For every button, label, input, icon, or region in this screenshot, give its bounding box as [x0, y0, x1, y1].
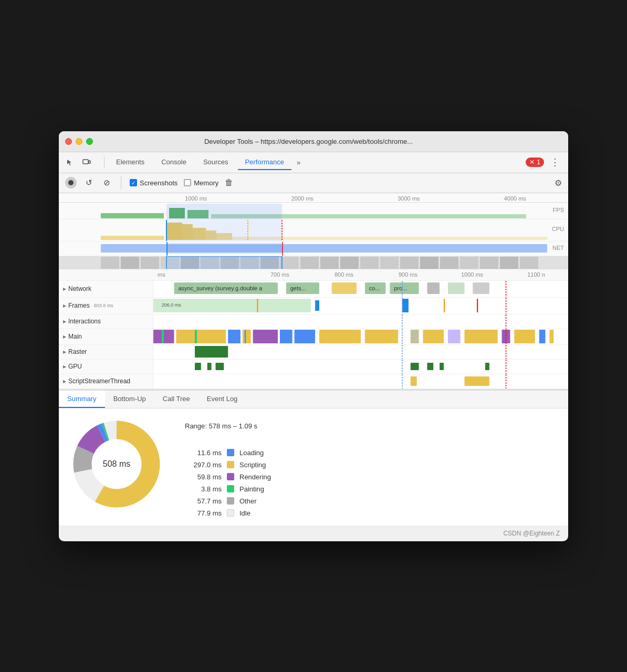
legend-color-other	[227, 497, 234, 505]
svg-rect-75	[280, 330, 292, 343]
detail-timeline: ms 700 ms 800 ms 900 ms 1000 ms 1100 n ▶…	[59, 269, 568, 390]
track-row-script-streamer[interactable]: ▶ ScriptStreamerThread	[59, 374, 568, 389]
svg-rect-105	[465, 376, 489, 386]
svg-rect-35	[360, 257, 379, 269]
donut-total-label: 508 ms	[103, 459, 130, 469]
timeline-overview[interactable]: 1000 ms 2000 ms 3000 ms 4000 ms FPS CPU	[59, 193, 568, 269]
svg-rect-104	[411, 376, 417, 386]
watermark: CSDN @Eighteen Z	[59, 526, 568, 541]
svg-rect-1	[89, 161, 90, 163]
window-title: Developer Tools – https://developers.goo…	[59, 138, 562, 145]
expand-network-icon[interactable]: ▶	[63, 287, 66, 291]
track-row-raster[interactable]: ▶ Raster	[59, 345, 568, 360]
time-900: 900 ms	[376, 271, 440, 278]
tab-call-tree[interactable]: Call Tree	[154, 391, 198, 408]
expand-script-streamer-icon[interactable]: ▶	[63, 379, 66, 384]
svg-rect-77	[319, 330, 361, 343]
time-700: 700 ms	[248, 271, 312, 278]
record-button[interactable]	[65, 177, 77, 188]
track-label-frames: ▶ Frames 603.6 ms	[59, 298, 153, 314]
tab-summary[interactable]: Summary	[59, 391, 105, 408]
net-label: NET	[552, 245, 564, 251]
error-icon: ✕	[529, 159, 535, 166]
tab-bottom-up[interactable]: Bottom-Up	[105, 391, 154, 408]
track-row-main[interactable]: ▶ Main	[59, 329, 568, 345]
legend-item-other: 57.7 ms Other	[185, 497, 558, 505]
svg-rect-23	[121, 257, 139, 269]
tab-sources[interactable]: Sources	[196, 155, 236, 170]
interactions-track-content	[153, 314, 568, 329]
summary-tabs: Summary Bottom-Up Call Tree Event Log	[59, 391, 568, 408]
svg-rect-6	[166, 204, 282, 219]
track-row-interactions[interactable]: ▶ Interactions	[59, 314, 568, 329]
clear-button[interactable]: ⊘	[101, 177, 112, 188]
svg-rect-82	[465, 330, 498, 343]
expand-raster-icon[interactable]: ▶	[63, 350, 66, 354]
svg-rect-7	[101, 236, 164, 240]
trash-button[interactable]: 🗑	[225, 178, 233, 187]
screenshots-label: Screenshots	[140, 179, 177, 187]
screenshots-checkbox[interactable]: ✓	[130, 179, 137, 186]
titlebar: Developer Tools – https://developers.goo…	[59, 131, 568, 152]
svg-rect-72	[228, 330, 241, 343]
more-tabs-button[interactable]: »	[294, 156, 304, 169]
legend-item-loading: 11.6 ms Loading	[185, 449, 558, 457]
legend-item-scripting: 297.0 ms Scripting	[185, 461, 558, 469]
svg-text:co...: co...	[369, 285, 380, 291]
legend: 11.6 ms Loading 297.0 ms Scripting 59.8 …	[185, 438, 558, 517]
timeline-ruler: 1000 ms 2000 ms 3000 ms 4000 ms	[59, 193, 568, 203]
donut-chart: 508 ms	[69, 417, 164, 511]
track-row-network[interactable]: ▶ Network async_survey (survey.g.double …	[59, 281, 568, 298]
svg-rect-14	[166, 220, 282, 241]
svg-text:pro...: pro...	[394, 285, 407, 291]
tab-performance[interactable]: Performance	[238, 155, 291, 170]
expand-frames-icon[interactable]: ▶	[63, 303, 66, 308]
svg-rect-31	[280, 257, 299, 269]
legend-color-rendering	[227, 473, 234, 480]
svg-rect-34	[340, 257, 359, 269]
svg-rect-43	[520, 257, 538, 269]
svg-rect-62	[402, 299, 409, 312]
svg-rect-55	[448, 282, 465, 294]
tab-console[interactable]: Console	[154, 155, 194, 170]
tab-event-log[interactable]: Event Log	[198, 391, 246, 408]
device-icon[interactable]	[80, 155, 93, 169]
ruler-mark-1000: 1000 ms	[143, 195, 249, 202]
ruler-mark-2000: 2000 ms	[249, 195, 356, 202]
memory-checkbox-label[interactable]: Memory	[184, 179, 218, 187]
error-count: 1	[537, 159, 540, 166]
legend-color-loading	[227, 449, 234, 456]
svg-rect-38	[420, 257, 438, 269]
tab-elements[interactable]: Elements	[109, 155, 152, 170]
svg-rect-24	[141, 257, 159, 269]
more-options-button[interactable]: ⋮	[546, 154, 564, 170]
script-streamer-track-content	[153, 374, 568, 388]
perf-separator	[121, 176, 121, 189]
expand-main-icon[interactable]: ▶	[63, 334, 66, 339]
frames-timing: 603.6 ms	[94, 303, 113, 308]
screenshots-checkbox-label[interactable]: ✓ Screenshots	[130, 179, 177, 187]
svg-rect-32	[300, 257, 319, 269]
svg-rect-63	[257, 299, 258, 312]
detail-time-ruler: ms 700 ms 800 ms 900 ms 1000 ms 1100 n	[59, 269, 568, 281]
expand-gpu-icon[interactable]: ▶	[63, 364, 66, 369]
legend-color-scripting	[227, 461, 234, 468]
expand-interactions-icon[interactable]: ▶	[63, 319, 66, 324]
svg-rect-100	[440, 363, 444, 370]
gpu-track-content	[153, 360, 568, 374]
settings-button[interactable]: ⚙	[555, 178, 562, 188]
track-row-frames[interactable]: ▶ Frames 603.6 ms 206.0 ms	[59, 298, 568, 314]
svg-rect-96	[207, 363, 212, 370]
reload-button[interactable]: ↺	[83, 177, 95, 188]
track-row-gpu[interactable]: ▶ GPU	[59, 360, 568, 374]
legend-name-rendering: Rendering	[239, 473, 271, 481]
cursor-icon[interactable]	[63, 155, 77, 169]
track-label-interactions: ▶ Interactions	[59, 314, 153, 329]
svg-rect-76	[295, 330, 316, 343]
svg-rect-73	[243, 330, 251, 343]
svg-rect-87	[162, 330, 164, 343]
svg-rect-85	[539, 330, 546, 343]
svg-rect-37	[400, 257, 419, 269]
range-text: Range: 578 ms – 1.09 s	[185, 422, 558, 430]
memory-checkbox[interactable]	[184, 179, 191, 186]
